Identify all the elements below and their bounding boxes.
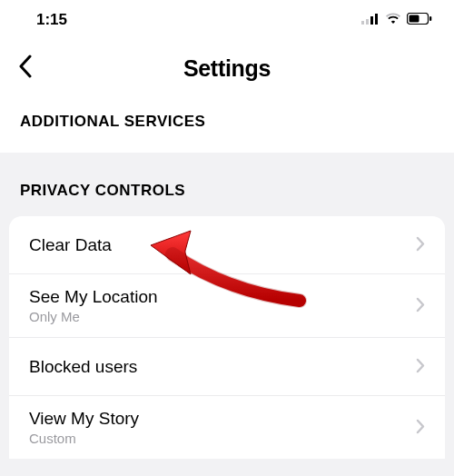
svg-rect-6 xyxy=(429,16,431,21)
row-sub: Only Me xyxy=(29,309,158,324)
row-view-my-story[interactable]: View My Story Custom xyxy=(9,396,445,459)
chevron-right-icon xyxy=(416,233,425,257)
battery-icon xyxy=(407,12,432,28)
wifi-icon xyxy=(385,12,401,28)
svg-rect-2 xyxy=(370,16,373,25)
row-label: Clear Data xyxy=(29,235,112,255)
signal-icon xyxy=(361,12,380,28)
svg-rect-0 xyxy=(361,21,364,25)
svg-rect-5 xyxy=(410,15,419,23)
chevron-right-icon xyxy=(416,355,425,379)
chevron-right-icon xyxy=(416,416,425,440)
row-see-my-location[interactable]: See My Location Only Me xyxy=(9,274,445,338)
row-label: See My Location xyxy=(29,287,158,307)
svg-rect-3 xyxy=(375,14,378,25)
row-blocked-users[interactable]: Blocked users xyxy=(9,338,445,396)
section-header-additional-services: ADDITIONAL SERVICES xyxy=(0,96,454,153)
row-clear-data[interactable]: Clear Data xyxy=(9,216,445,274)
chevron-right-icon xyxy=(416,294,425,318)
privacy-card: Clear Data See My Location Only Me Block… xyxy=(9,216,445,459)
section-header-privacy-controls: PRIVACY CONTROLS xyxy=(0,153,454,216)
status-bar: 1:15 xyxy=(0,0,454,40)
status-icons xyxy=(361,12,432,28)
page-title: Settings xyxy=(0,55,454,82)
back-button[interactable] xyxy=(18,54,33,83)
nav-header: Settings xyxy=(0,40,454,96)
row-sub: Custom xyxy=(29,431,139,446)
svg-rect-1 xyxy=(366,19,369,25)
row-label: View My Story xyxy=(29,409,139,429)
row-label: Blocked users xyxy=(29,357,137,377)
status-time: 1:15 xyxy=(36,11,67,29)
